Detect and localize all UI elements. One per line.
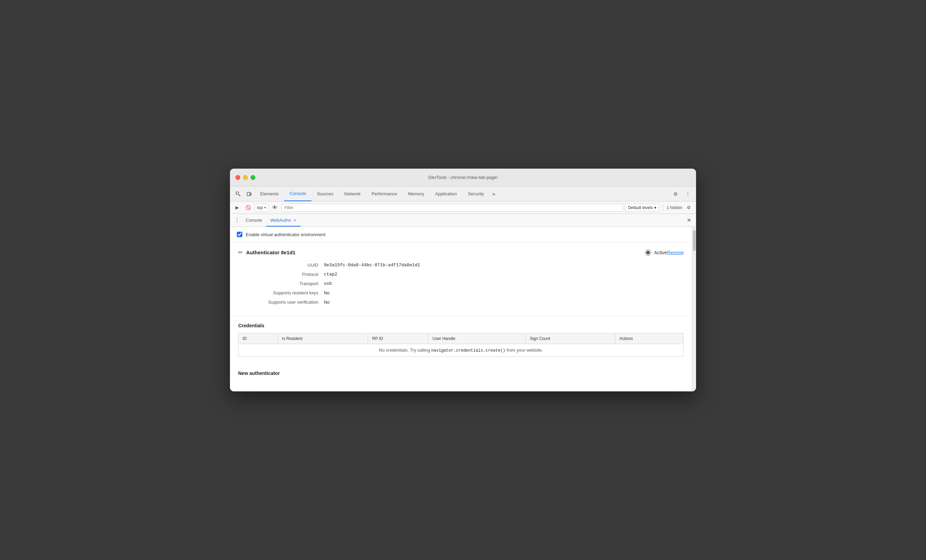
prop-resident-keys-value: No — [324, 290, 330, 295]
sub-tab-webauthn[interactable]: WebAuthn ✕ — [266, 214, 301, 227]
authenticator-header: ✏ Authenticator 8e1d1 Active Remove — [238, 249, 684, 256]
main-tab-list: Elements Console Sources Network Perform… — [255, 186, 670, 201]
eye-button[interactable]: 👁 — [271, 203, 279, 212]
active-label: Active — [654, 250, 667, 255]
col-id: ID — [239, 333, 278, 344]
customize-button[interactable]: ⋮ — [682, 189, 693, 200]
active-radio[interactable] — [645, 250, 651, 256]
authenticator-active-group: Active — [645, 250, 667, 256]
no-creds-code: navigator.credentials.create() — [431, 348, 505, 353]
no-credentials-cell: No credentials. Try calling navigator.cr… — [239, 344, 684, 357]
prop-resident-keys-label: Supports resident keys — [245, 290, 324, 295]
tab-elements[interactable]: Elements — [255, 186, 284, 201]
credentials-section: Credentials ID Is Resident RP ID User Ha… — [230, 316, 692, 363]
sub-tab-console[interactable]: Console — [242, 214, 266, 227]
credentials-table: ID Is Resident RP ID User Handle Sign Co… — [238, 333, 684, 357]
tab-security[interactable]: Security — [462, 186, 489, 201]
tab-application[interactable]: Application — [430, 186, 463, 201]
svg-rect-3 — [250, 193, 251, 195]
prop-uuid-label: UUID — [245, 262, 324, 268]
no-creds-prefix: No credentials. Try calling — [379, 348, 431, 353]
credentials-table-body: No credentials. Try calling navigator.cr… — [239, 344, 684, 357]
inspect-element-button[interactable] — [233, 189, 244, 200]
tab-sources[interactable]: Sources — [312, 186, 339, 201]
traffic-lights — [235, 175, 255, 180]
prop-transport-value: usb — [324, 281, 332, 286]
enable-authenticator-checkbox[interactable] — [237, 232, 242, 237]
title-bar: DevTools - chrome://new-tab-page/ — [230, 169, 696, 186]
credentials-title: Credentials — [238, 323, 684, 328]
tab-memory[interactable]: Memory — [403, 186, 430, 201]
prop-protocol-value: ctap2 — [324, 272, 337, 277]
prop-transport-label: Transport — [245, 281, 324, 286]
credentials-table-header: ID Is Resident RP ID User Handle Sign Co… — [239, 333, 684, 344]
levels-chevron: ▾ — [654, 205, 656, 210]
prop-user-verification-label: Supports user verification — [245, 300, 324, 305]
devtools-right-icons: ⚙ ⋮ — [670, 189, 693, 200]
col-rp-id: RP ID — [368, 333, 428, 344]
sub-panel-menu-button[interactable]: ⋮ — [233, 216, 242, 225]
svg-line-1 — [239, 195, 240, 196]
tab-console[interactable]: Console — [284, 186, 312, 201]
context-selector[interactable]: top ▾ — [255, 204, 268, 212]
devtools-tab-bar: Elements Console Sources Network Perform… — [230, 186, 696, 201]
col-user-handle: User Handle — [428, 333, 525, 344]
prop-protocol-label: Protocol — [245, 272, 324, 277]
devtools-window: DevTools - chrome://new-tab-page/ Elemen… — [230, 169, 696, 391]
col-is-resident: Is Resident — [278, 333, 368, 344]
authenticator-properties: UUID 9e3a15fc-0da0-44bc-871b-a4f17da8e1d… — [245, 262, 684, 305]
sub-panel-tabs: ⋮ Console WebAuthn ✕ ✕ — [230, 214, 696, 227]
window-title: DevTools - chrome://new-tab-page/ — [428, 175, 498, 180]
svg-rect-2 — [247, 192, 250, 196]
prop-transport: Transport usb — [245, 281, 684, 286]
no-creds-suffix: from your website. — [505, 348, 543, 353]
prop-uuid-value: 9e3a15fc-0da0-44bc-871b-a4f17da8e1d1 — [324, 262, 420, 268]
context-chevron: ▾ — [264, 206, 266, 209]
prop-protocol: Protocol ctap2 — [245, 272, 684, 277]
levels-label: Default levels — [628, 205, 653, 210]
new-authenticator-section: New authenticator — [230, 363, 692, 387]
console-settings-button[interactable]: ⚙ — [684, 203, 693, 212]
content-area: Enable virtual authenticator environment… — [230, 227, 696, 391]
device-toolbar-button[interactable] — [244, 189, 255, 200]
svg-rect-0 — [236, 192, 239, 194]
scrollbar-thumb[interactable] — [693, 230, 696, 251]
context-label: top — [257, 205, 263, 210]
no-credentials-row: No credentials. Try calling navigator.cr… — [239, 344, 684, 357]
webauthn-tab-close[interactable]: ✕ — [293, 218, 297, 223]
col-actions: Actions — [615, 333, 684, 344]
more-tabs-button[interactable]: » — [489, 191, 498, 197]
close-drawer-button[interactable]: ✕ — [684, 216, 693, 225]
toolbar-divider — [663, 204, 663, 211]
clear-button[interactable]: 🚫 — [244, 203, 253, 212]
maximize-button[interactable] — [251, 175, 255, 180]
authenticator-section: ✏ Authenticator 8e1d1 Active Remove UUID… — [230, 242, 692, 316]
remove-link[interactable]: Remove — [667, 250, 684, 255]
hidden-count: 1 hidden — [667, 205, 682, 210]
minimize-button[interactable] — [243, 175, 248, 180]
edit-authenticator-icon[interactable]: ✏ — [238, 249, 243, 256]
col-sign-count: Sign Count — [526, 333, 615, 344]
main-content: Enable virtual authenticator environment… — [230, 227, 692, 391]
authenticator-name: Authenticator 8e1d1 — [246, 250, 645, 255]
new-authenticator-title: New authenticator — [238, 371, 684, 376]
prop-resident-keys: Supports resident keys No — [245, 290, 684, 295]
enable-authenticator-label[interactable]: Enable virtual authenticator environment — [246, 232, 325, 237]
run-button[interactable]: ▶ — [233, 203, 242, 212]
credentials-header-row: ID Is Resident RP ID User Handle Sign Co… — [239, 333, 684, 344]
scrollbar[interactable] — [692, 227, 696, 391]
console-toolbar: ▶ 🚫 top ▾ 👁 Default levels ▾ 1 hidden ⚙ — [230, 201, 696, 214]
tab-network[interactable]: Network — [339, 186, 366, 201]
default-levels-dropdown[interactable]: Default levels ▾ — [625, 204, 660, 212]
close-button[interactable] — [235, 175, 240, 180]
prop-uuid: UUID 9e3a15fc-0da0-44bc-871b-a4f17da8e1d… — [245, 262, 684, 268]
prop-user-verification: Supports user verification No — [245, 300, 684, 305]
filter-input[interactable] — [281, 204, 623, 212]
prop-user-verification-value: No — [324, 300, 330, 305]
settings-button[interactable]: ⚙ — [670, 189, 681, 200]
enable-authenticator-row: Enable virtual authenticator environment — [230, 227, 692, 242]
tab-performance[interactable]: Performance — [366, 186, 402, 201]
